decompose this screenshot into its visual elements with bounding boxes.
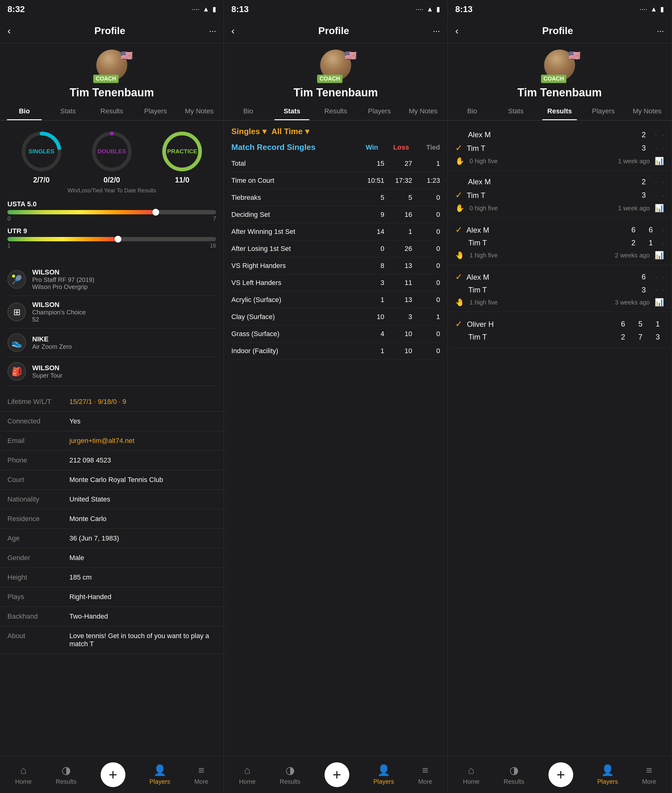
bottom-tab-results[interactable]: ◑ Results [504,764,524,785]
bio-key-5: Nationality [8,495,69,503]
stats-win-10: 4 [366,330,384,338]
more-button[interactable]: ··· [209,26,216,36]
home-label: Home [463,778,479,785]
high-five-count-1: 0 high five [469,205,498,212]
circle-doubles: DOUBLES 0/2/0 [90,130,133,184]
bio-value-11: Two-Handed [69,612,216,620]
score-4-0-1: 5 [634,320,646,328]
bottom-tab-more[interactable]: ≡ More [642,764,656,785]
results-section: Alex M 2·· ✓ Tim T 3·· ✋ 0 high fi [448,120,671,352]
tab-stats[interactable]: Stats [494,102,538,120]
result-player-name-1-1: ✓ Tim T [455,190,638,200]
tab-bio[interactable]: Bio [450,102,494,120]
back-button[interactable]: ‹ [455,25,459,37]
results-scroll[interactable]: Alex M 2·· ✓ Tim T 3·· ✋ 0 high fi [448,120,671,756]
stats-row-4: After Winning 1st Set 14 1 0 [231,223,440,240]
result-match-4[interactable]: ✓ Oliver H 651 Tim T 273 [448,312,671,349]
result-player-row-3-0: ✓ Alex M 6·· [455,270,664,284]
result-match-1[interactable]: Alex M 2·· ✓ Tim T 3·· ✋ 0 high fi [448,171,671,218]
score-2-1-0: 2 [627,239,640,247]
bottom-tab-home[interactable]: ⌂ Home [15,764,32,785]
high-five-icon-0: ✋ [455,157,464,165]
bio-value-6: Monte Carlo [69,515,216,523]
result-player-row-4-1: Tim T 273 [455,331,664,343]
more-button[interactable]: ··· [657,26,664,36]
players-label: Players [373,778,394,785]
result-match-3[interactable]: ✓ Alex M 6·· Tim T 3·· 🤚 [448,265,671,312]
add-tab[interactable]: + [549,763,573,787]
stats-tied-9: 1 [421,313,440,321]
high-five-count-3: 1 high five [469,299,498,306]
tab-bar: Bio Stats Results Players My Notes [224,102,448,120]
high-five-icon-2: 🤚 [455,251,464,260]
status-time: 8:32 [8,4,25,14]
time-dropdown[interactable]: All Time ▾ [271,127,309,136]
result-player-name-3-0: ✓ Alex M [455,272,638,282]
stats-row-2: Tiebreaks 5 5 0 [231,189,440,206]
rating-label-0: USTA 5.0 [8,200,216,208]
tab-bio[interactable]: Bio [3,102,46,120]
tab-results[interactable]: Results [90,102,133,120]
tab-stats[interactable]: Stats [46,102,90,120]
status-time: 8:13 [455,4,472,14]
flag-icon: 🇺🇸 [120,50,133,61]
bottom-tab-players[interactable]: 👤 Players [150,764,170,785]
circle-score-1: 0/2/0 [104,176,120,184]
bottom-tab-home[interactable]: ⌂ Home [463,764,479,785]
winner-check-0-1: ✓ [455,143,462,153]
rating-thumb-0 [152,209,159,216]
signal-icon: ···· [192,5,200,13]
add-tab[interactable]: + [325,763,349,787]
score-1-1-2: · [662,191,664,200]
time-label: All Time [271,127,302,136]
player-name: Tim Tenenbaum [517,86,602,99]
result-player-row-4-0: ✓ Oliver H 651 [455,317,664,331]
add-button[interactable]: + [101,763,125,787]
bottom-tab-more[interactable]: ≡ More [418,764,432,785]
bio-key-8: Gender [8,554,69,562]
bio-scroll[interactable]: SINGLES 2/7/0 DOUBLES 0/2/0 PRACTICE [0,120,224,756]
bottom-tab-home[interactable]: ⌂ Home [239,764,256,785]
stats-row-10: Grass (Surface) 4 10 0 [231,325,440,343]
result-score-4-1: 273 [617,333,664,341]
tab-results[interactable]: Results [314,102,357,120]
bottom-tab-players[interactable]: 👤 Players [597,764,618,785]
status-icons: ···· ▲ ▮ [416,5,440,13]
tab-results[interactable]: Results [538,102,581,120]
dropdown-arrow: ▾ [262,127,266,136]
result-match-2[interactable]: ✓ Alex M 66· Tim T 21· 🤚 [448,218,671,265]
equipment-model-1: Champion's Choice [32,309,216,316]
bottom-tab-players[interactable]: 👤 Players [373,764,394,785]
more-button[interactable]: ··· [433,26,440,36]
circle-ring-0: SINGLES [20,130,63,173]
stats-loss-10: 10 [394,330,412,338]
tab-players[interactable]: Players [134,102,178,120]
tab-bio[interactable]: Bio [226,102,270,120]
result-match-0[interactable]: Alex M 2·· ✓ Tim T 3·· ✋ 0 high fi [448,123,671,171]
add-tab[interactable]: + [101,763,125,787]
tab-players[interactable]: Players [582,102,625,120]
back-button[interactable]: ‹ [8,25,11,37]
stats-win-9: 10 [366,313,384,321]
bottom-tab-results[interactable]: ◑ Results [56,764,77,785]
add-button[interactable]: + [325,763,349,787]
stats-label-0: Total [231,160,366,168]
singles-dropdown[interactable]: Singles ▾ [231,127,266,136]
tab-my-notes[interactable]: My Notes [178,102,221,120]
winner-check-4-0: ✓ [455,319,462,328]
bio-key-3: Phone [8,456,69,465]
tab-players[interactable]: Players [358,102,402,120]
bottom-tab-more[interactable]: ≡ More [194,764,208,785]
bio-row-6: Residence Monte Carlo [0,509,224,529]
tab-my-notes[interactable]: My Notes [625,102,669,120]
back-button[interactable]: ‹ [231,25,235,37]
tab-my-notes[interactable]: My Notes [402,102,445,120]
bottom-tab-results[interactable]: ◑ Results [280,764,301,785]
result-meta-1: ✋ 0 high five 1 week ago 📊 [455,202,664,213]
players-icon: 👤 [601,764,614,776]
tab-stats[interactable]: Stats [270,102,314,120]
rating-label-1: UTR 9 [8,227,216,235]
stats-scroll[interactable]: Singles ▾ All Time ▾ Match Record Single… [224,120,448,756]
chart-icon-3: 📊 [654,298,664,307]
add-button[interactable]: + [549,763,573,787]
